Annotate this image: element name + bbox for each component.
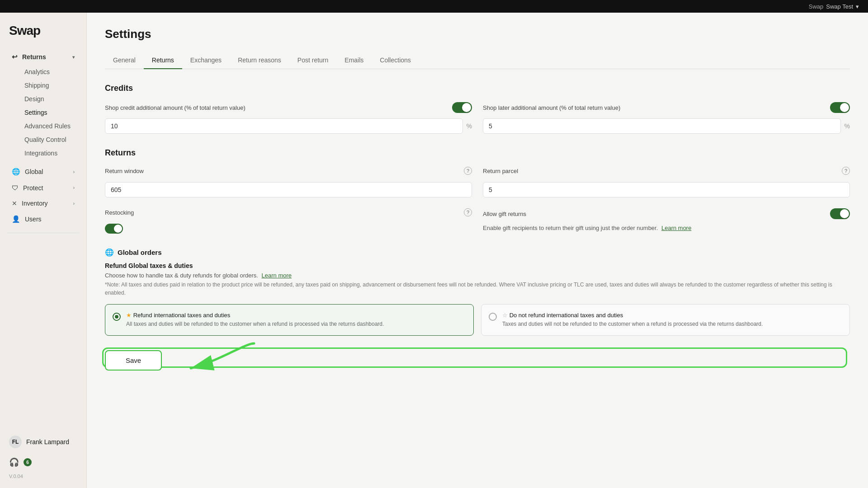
top-bar-store-prefix: Swap — [809, 3, 824, 10]
tab-emails[interactable]: Emails — [336, 52, 372, 69]
restocking-help[interactable]: ? — [464, 208, 472, 216]
returns-section: Returns Return window ? Return parcel — [105, 148, 850, 234]
save-area: Save — [105, 350, 850, 371]
return-window-help[interactable]: ? — [464, 167, 472, 175]
shop-later-toggle[interactable] — [830, 102, 850, 113]
arrow-annotation — [164, 334, 263, 380]
return-parcel-label: Return parcel — [483, 168, 518, 174]
gift-returns-field: Allow gift returns Enable gift recipient… — [483, 208, 850, 234]
return-window-input[interactable] — [105, 182, 472, 197]
main-header: Settings General Returns Exchanges Retur… — [87, 13, 868, 69]
radio-refund-star: ★ — [126, 312, 133, 319]
shop-credit-toggle[interactable] — [452, 102, 472, 113]
returns-icon: ↩ — [12, 53, 18, 61]
radio-refund-desc: All taxes and duties will be refunded to… — [126, 320, 466, 328]
return-parcel-header: Return parcel ? — [483, 167, 850, 175]
tabs: General Returns Exchanges Return reasons… — [105, 52, 850, 69]
return-parcel-help[interactable]: ? — [842, 167, 850, 175]
gift-returns-header: Allow gift returns — [483, 208, 850, 219]
sidebar-item-protect[interactable]: 🛡 Protect › — [3, 180, 84, 196]
save-button[interactable]: Save — [105, 350, 162, 371]
shop-credit-field: Shop credit additional amount (% of tota… — [105, 102, 472, 134]
restocking-field: Restocking ? — [105, 208, 472, 234]
global-orders-header: 🌐 Global orders — [105, 248, 850, 257]
sidebar-logo: Swap — [0, 20, 86, 49]
shop-later-field: Shop later additional amount (% of total… — [483, 102, 850, 134]
top-bar-store[interactable]: Swap Swap Test ▾ — [809, 3, 859, 10]
radio-no-refund-label: ☆ Do not refund international taxes and … — [502, 312, 842, 319]
protect-chevron: › — [73, 185, 75, 190]
sidebar-item-inventory[interactable]: ✕ Inventory › — [3, 196, 84, 211]
top-bar-chevron: ▾ — [856, 3, 859, 10]
global-orders-icon: 🌐 — [105, 248, 114, 257]
version-label: V.0.04 — [0, 472, 86, 481]
sidebar-item-global[interactable]: 🌐 Global › — [3, 164, 84, 180]
returns-chevron: ▾ — [72, 55, 75, 60]
sidebar-item-returns-label: Returns — [22, 53, 46, 61]
tab-exchanges[interactable]: Exchanges — [182, 52, 230, 69]
global-orders-title: Global orders — [118, 249, 162, 256]
restocking-toggle[interactable] — [105, 224, 123, 234]
sidebar-item-global-label: Global — [25, 168, 43, 175]
credits-title: Credits — [105, 84, 850, 93]
main-content-area: Settings General Returns Exchanges Retur… — [87, 13, 868, 488]
radio-circle-no-refund — [489, 313, 497, 321]
gift-returns-label: Allow gift returns — [483, 211, 526, 217]
refund-note: *Note: All taxes and duties paid in rela… — [105, 281, 850, 297]
sidebar-item-settings[interactable]: Settings — [3, 106, 84, 119]
radio-option-no-refund[interactable]: ☆ Do not refund international taxes and … — [481, 304, 850, 336]
shop-later-input[interactable] — [483, 118, 841, 134]
global-icon: 🌐 — [12, 168, 20, 176]
inventory-icon: ✕ — [12, 200, 17, 207]
tab-collections[interactable]: Collections — [372, 52, 419, 69]
gift-returns-learn-more[interactable]: Learn more — [661, 225, 691, 231]
sidebar-item-users[interactable]: 👤 Users — [3, 211, 84, 227]
top-bar-store-name: Swap Test — [826, 3, 853, 10]
sidebar-support[interactable]: 🎧 6 — [0, 453, 86, 472]
return-parcel-input[interactable] — [483, 182, 850, 197]
sidebar-item-advanced-rules[interactable]: Advanced Rules — [3, 119, 84, 133]
shop-credit-header: Shop credit additional amount (% of tota… — [105, 102, 472, 113]
shop-credit-suffix: % — [467, 122, 472, 130]
protect-icon: 🛡 — [12, 184, 19, 192]
gift-returns-desc: Enable gift recipients to return their g… — [483, 225, 850, 231]
radio-refund-content: ★ Refund international taxes and duties … — [126, 312, 466, 328]
restocking-label: Restocking — [105, 209, 134, 216]
radio-no-refund-content: ☆ Do not refund international taxes and … — [502, 312, 842, 328]
sidebar-user[interactable]: FL Frank Lampard — [0, 431, 86, 453]
shop-later-header: Shop later additional amount (% of total… — [483, 102, 850, 113]
sidebar-item-shipping[interactable]: Shipping — [3, 79, 84, 92]
tab-return-reasons[interactable]: Return reasons — [230, 52, 289, 69]
tab-general[interactable]: General — [105, 52, 144, 69]
shop-credit-input-row: % — [105, 118, 472, 134]
support-icon: 🎧 — [9, 457, 19, 467]
inventory-chevron: › — [73, 201, 75, 206]
radio-refund-label: ★ Refund international taxes and duties — [126, 312, 466, 319]
sidebar-user-name: Frank Lampard — [26, 438, 69, 446]
sidebar-item-design[interactable]: Design — [3, 92, 84, 106]
global-chevron: › — [73, 169, 75, 174]
sidebar-bottom: FL Frank Lampard 🎧 6 V.0.04 — [0, 431, 86, 481]
restocking-row — [105, 224, 472, 234]
sidebar-divider — [7, 233, 79, 233]
tab-post-return[interactable]: Post return — [289, 52, 336, 69]
returns-grid: Return window ? Return parcel ? — [105, 167, 850, 234]
sidebar-item-returns[interactable]: ↩ Returns ▾ — [3, 49, 84, 65]
restocking-header: Restocking ? — [105, 208, 472, 216]
radio-option-refund[interactable]: ★ Refund international taxes and duties … — [105, 304, 474, 336]
gift-returns-toggle[interactable] — [830, 208, 850, 219]
refund-title: Refund Global taxes & duties — [105, 262, 850, 269]
shop-credit-input[interactable] — [105, 118, 463, 134]
sidebar-item-analytics[interactable]: Analytics — [3, 65, 84, 79]
radio-no-refund-desc: Taxes and duties will not be refunded to… — [502, 320, 842, 328]
sidebar-item-quality-control[interactable]: Quality Control — [3, 133, 84, 146]
sidebar-item-inventory-label: Inventory — [22, 200, 48, 207]
shop-credit-label: Shop credit additional amount (% of tota… — [105, 104, 447, 111]
radio-no-refund-star: ☆ — [502, 312, 509, 319]
sidebar-section-returns: ↩ Returns ▾ Analytics Shipping Design Se… — [0, 49, 86, 162]
refund-learn-more[interactable]: Learn more — [262, 272, 292, 279]
support-badge: 6 — [24, 458, 32, 466]
tab-returns[interactable]: Returns — [144, 52, 182, 69]
sidebar-item-integrations[interactable]: Integrations — [3, 146, 84, 160]
sidebar-item-users-label: Users — [25, 216, 42, 223]
